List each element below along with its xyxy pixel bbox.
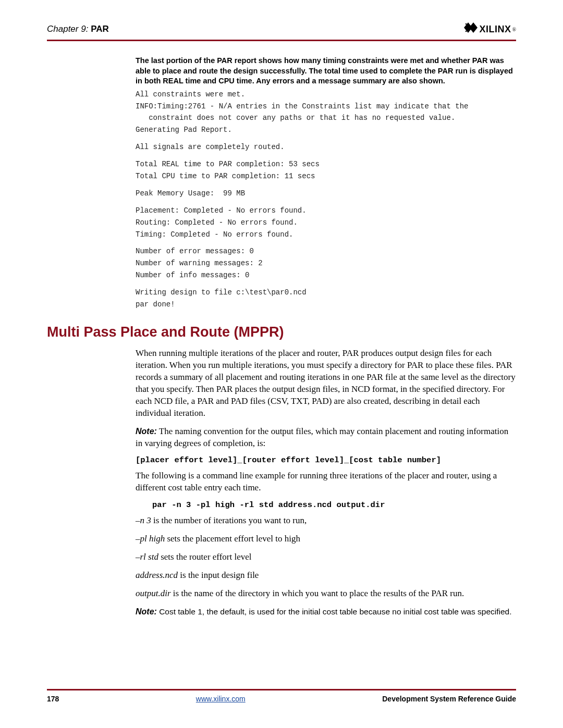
logo-text: XILINX — [479, 24, 511, 35]
option-text: is the name of the directory in which yo… — [171, 588, 464, 598]
chapter-prefix: Chapter 9: — [47, 24, 88, 34]
report-line: INFO:Timing:2761 - N/A entries in the Co… — [136, 102, 516, 112]
report-line: Number of error messages: 0 — [136, 246, 516, 256]
doc-title: Development System Reference Guide — [382, 695, 516, 703]
option-text: sets the placement effort level to high — [165, 534, 300, 544]
report-line: Timing: Completed - No errors found. — [136, 230, 516, 240]
report-line: constraint does not cover any paths or t… — [136, 113, 516, 123]
logo-mark-icon — [463, 22, 478, 36]
section-body: When running multiple iterations of the … — [136, 348, 516, 618]
note-label: Note: — [136, 607, 157, 616]
page-footer: 178 www.xilinx.com Development System Re… — [47, 695, 516, 703]
note-label: Note: — [136, 427, 157, 436]
intro-paragraph: The last portion of the PAR report shows… — [136, 56, 516, 87]
report-line: par done! — [136, 300, 516, 310]
option-desc: –pl high sets the placement effort level… — [136, 533, 516, 545]
option-text: is the input design file — [178, 570, 259, 580]
paragraph: The following is a command line example … — [136, 470, 516, 494]
report-line: All signals are completely routed. — [136, 142, 516, 152]
svg-point-0 — [466, 23, 467, 25]
section-heading: Multi Pass Place and Route (MPPR) — [47, 324, 516, 340]
report-line: Writing design to file c:\test\par0.ncd — [136, 288, 516, 298]
option-flag: –pl high — [136, 534, 165, 544]
option-text: sets the router effort level — [158, 552, 252, 562]
page-header: Chapter 9: PAR XILINX® — [47, 22, 516, 36]
report-line: Total REAL time to PAR completion: 53 se… — [136, 159, 516, 169]
note-paragraph: Note: Cost table 1, the default, is used… — [136, 606, 516, 618]
main-content: The last portion of the PAR report shows… — [136, 56, 516, 310]
option-desc: –n 3 is the number of iterations you wan… — [136, 515, 516, 527]
chapter-label: Chapter 9: PAR — [47, 24, 109, 34]
report-line: Routing: Completed - No errors found. — [136, 218, 516, 228]
footer-url-link[interactable]: www.xilinx.com — [196, 695, 246, 703]
note-paragraph: Note: The naming convention for the outp… — [136, 426, 516, 450]
option-flag: –rl std — [136, 552, 158, 562]
report-line: Total CPU time to PAR completion: 11 sec… — [136, 171, 516, 181]
option-desc: –rl std sets the router effort level — [136, 551, 516, 563]
report-line: Peak Memory Usage: 99 MB — [136, 189, 516, 199]
report-line: All constraints were met. — [136, 90, 516, 100]
report-line: Generating Pad Report. — [136, 125, 516, 135]
option-flag: address.ncd — [136, 570, 178, 580]
code-example: par -n 3 -pl high -rl std address.ncd ou… — [152, 500, 516, 510]
xilinx-logo: XILINX® — [463, 22, 516, 36]
option-flag: –n 3 — [136, 515, 151, 525]
code-syntax: [placer effort level]_[router effort lev… — [136, 455, 516, 465]
paragraph: When running multiple iterations of the … — [136, 348, 516, 419]
header-rule — [47, 40, 516, 41]
option-text: is the number of iterations you want to … — [151, 515, 307, 525]
logo-registered: ® — [512, 27, 516, 32]
report-line: Placement: Completed - No errors found. — [136, 206, 516, 216]
report-line: Number of warning messages: 2 — [136, 258, 516, 268]
option-desc: address.ncd is the input design file — [136, 570, 516, 582]
footer-rule — [47, 689, 516, 690]
chapter-title: PAR — [91, 24, 109, 34]
option-flag: output.dir — [136, 588, 171, 598]
page-number: 178 — [47, 695, 59, 703]
note-text: Cost table 1, the default, is used for t… — [159, 607, 511, 616]
note-text: The naming convention for the output fil… — [136, 426, 508, 448]
option-desc: output.dir is the name of the directory … — [136, 588, 516, 600]
report-line: Number of info messages: 0 — [136, 270, 516, 280]
svg-point-1 — [466, 31, 467, 32]
